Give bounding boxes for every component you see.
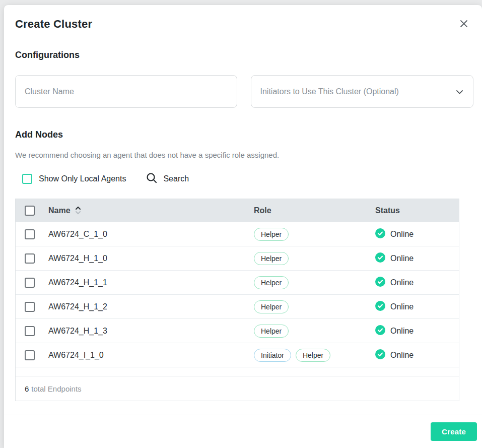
row-checkbox[interactable] bbox=[25, 326, 35, 336]
node-name: AW6724_H_1_0 bbox=[48, 254, 254, 263]
sort-icon[interactable] bbox=[75, 206, 81, 215]
node-name: AW6724_H_1_1 bbox=[48, 278, 254, 287]
create-cluster-modal: Create Cluster Configurations Initiators… bbox=[4, 5, 482, 448]
role-badge-helper: Helper bbox=[254, 228, 289, 241]
show-only-local-agents-label: Show Only Local Agents bbox=[39, 174, 126, 183]
close-button[interactable] bbox=[458, 18, 470, 30]
cluster-name-input[interactable] bbox=[15, 75, 237, 108]
online-check-icon bbox=[375, 252, 385, 265]
online-check-icon bbox=[375, 228, 385, 240]
role-badge-helper: Helper bbox=[254, 300, 289, 313]
create-button[interactable]: Create bbox=[431, 422, 477, 441]
endpoint-count-label: total Endpoints bbox=[31, 385, 81, 393]
select-all-checkbox[interactable] bbox=[25, 206, 35, 216]
status-text: Online bbox=[390, 254, 414, 263]
role-badge-initiator: Initiator bbox=[254, 349, 291, 362]
online-check-icon bbox=[375, 301, 385, 313]
column-header-role: Role bbox=[254, 206, 375, 215]
online-check-icon bbox=[375, 325, 385, 337]
modal-footer: Create bbox=[4, 415, 482, 448]
filter-row: Show Only Local Agents Search bbox=[22, 172, 482, 185]
node-name: AW6724_I_1_0 bbox=[48, 351, 254, 360]
table-row: AW6724_H_1_3 Helper Online bbox=[16, 318, 459, 343]
initiators-select-label: Initiators to Use This Cluster (Optional… bbox=[260, 87, 399, 96]
status-text: Online bbox=[390, 351, 414, 360]
nodes-table: Name Role Status AW6724_C_1_0 Helper Onl… bbox=[15, 199, 459, 401]
add-nodes-description: We recommend choosing an agent that does… bbox=[15, 151, 482, 159]
table-row: AW6724_C_1_0 Helper Online bbox=[16, 222, 459, 246]
role-badge-helper: Helper bbox=[254, 325, 289, 338]
table-row: AW6724_H_1_2 Helper Online bbox=[16, 294, 459, 318]
search-label: Search bbox=[163, 174, 189, 183]
search-control[interactable]: Search bbox=[146, 172, 189, 185]
table-row: AW6724_H_1_0 Helper Online bbox=[16, 246, 459, 270]
table-row: AW6724_I_1_0 Initiator Helper Online bbox=[16, 343, 459, 367]
role-badge-helper: Helper bbox=[254, 252, 289, 265]
table-gap bbox=[16, 367, 459, 376]
row-checkbox[interactable] bbox=[25, 229, 35, 239]
status-text: Online bbox=[390, 327, 414, 336]
node-name: AW6724_H_1_3 bbox=[48, 327, 254, 336]
online-check-icon bbox=[375, 349, 385, 361]
search-icon bbox=[146, 172, 157, 185]
column-header-status: Status bbox=[375, 206, 459, 215]
configurations-inputs: Initiators to Use This Cluster (Optional… bbox=[15, 75, 473, 108]
add-nodes-heading: Add Nodes bbox=[15, 130, 482, 140]
row-checkbox[interactable] bbox=[25, 350, 35, 360]
role-badge-helper: Helper bbox=[296, 349, 330, 362]
status-text: Online bbox=[390, 230, 414, 239]
role-badge-helper: Helper bbox=[254, 276, 289, 289]
chevron-down-icon bbox=[456, 87, 463, 96]
show-only-local-agents-checkbox[interactable] bbox=[22, 174, 32, 184]
modal-header: Create Cluster bbox=[4, 5, 482, 31]
column-header-name: Name bbox=[48, 206, 71, 215]
row-checkbox[interactable] bbox=[25, 253, 35, 264]
configurations-heading: Configurations bbox=[15, 50, 482, 60]
status-text: Online bbox=[390, 302, 414, 311]
row-checkbox[interactable] bbox=[25, 278, 35, 288]
initiators-select[interactable]: Initiators to Use This Cluster (Optional… bbox=[251, 75, 474, 108]
close-icon bbox=[459, 23, 469, 30]
table-row: AW6724_H_1_1 Helper Online bbox=[16, 270, 459, 294]
status-text: Online bbox=[390, 278, 414, 287]
table-footer: 6 total Endpoints bbox=[16, 376, 459, 401]
table-header-row: Name Role Status bbox=[16, 199, 459, 222]
node-name: AW6724_C_1_0 bbox=[48, 230, 254, 239]
node-name: AW6724_H_1_2 bbox=[48, 302, 254, 311]
modal-title: Create Cluster bbox=[15, 18, 92, 31]
online-check-icon bbox=[375, 277, 385, 289]
endpoint-count: 6 bbox=[25, 385, 29, 393]
row-checkbox[interactable] bbox=[25, 302, 35, 312]
